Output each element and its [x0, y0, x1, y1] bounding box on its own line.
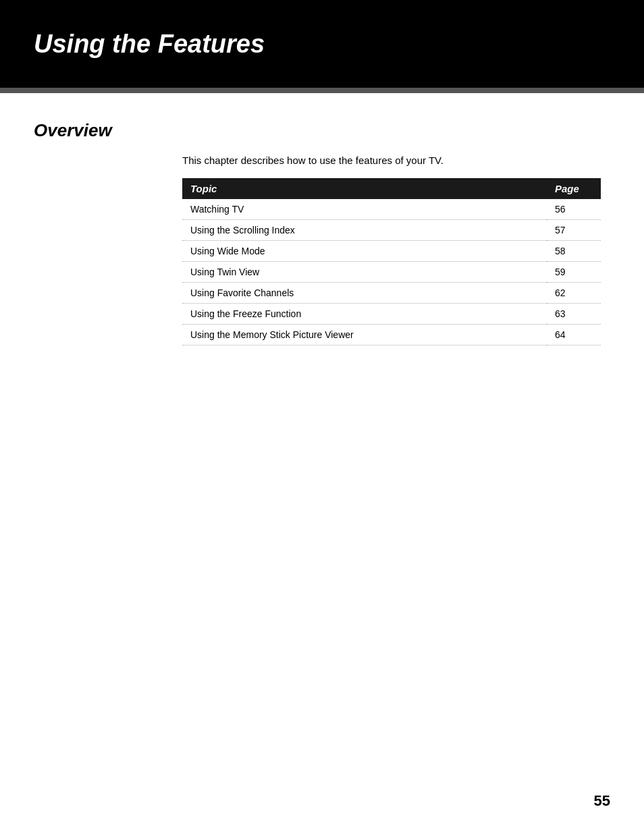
page-cell: 57 [547, 220, 601, 241]
table-row: Using Favorite Channels62 [182, 283, 601, 304]
table-header: Topic Page [182, 178, 601, 199]
page-number: 55 [594, 792, 610, 810]
table-container: Topic Page Watching TV56Using the Scroll… [182, 178, 601, 345]
page-cell: 62 [547, 283, 601, 304]
page-cell: 56 [547, 199, 601, 220]
topic-column-header: Topic [182, 178, 547, 199]
page-cell: 59 [547, 262, 601, 283]
topic-cell: Using Wide Mode [182, 241, 547, 262]
header-banner: Using the Features [0, 0, 644, 88]
accent-bar [0, 88, 644, 93]
topic-cell: Watching TV [182, 199, 547, 220]
table-row: Using Twin View59 [182, 262, 601, 283]
table-row: Watching TV56 [182, 199, 601, 220]
page-content: Overview This chapter describes how to u… [0, 93, 644, 372]
topic-cell: Using the Memory Stick Picture Viewer [182, 325, 547, 345]
topic-cell: Using Twin View [182, 262, 547, 283]
page-cell: 63 [547, 304, 601, 325]
intro-text: This chapter describes how to use the fe… [182, 155, 610, 166]
table-row: Using the Freeze Function63 [182, 304, 601, 325]
topic-cell: Using the Scrolling Index [182, 220, 547, 241]
page-cell: 64 [547, 325, 601, 345]
page-column-header: Page [547, 178, 601, 199]
topics-table: Topic Page Watching TV56Using the Scroll… [182, 178, 601, 345]
page-cell: 58 [547, 241, 601, 262]
table-row: Using the Scrolling Index57 [182, 220, 601, 241]
table-row: Using the Memory Stick Picture Viewer64 [182, 325, 601, 345]
table-body: Watching TV56Using the Scrolling Index57… [182, 199, 601, 345]
section-heading: Overview [34, 120, 610, 141]
topic-cell: Using the Freeze Function [182, 304, 547, 325]
table-row: Using Wide Mode58 [182, 241, 601, 262]
topic-cell: Using Favorite Channels [182, 283, 547, 304]
header-title: Using the Features [34, 30, 265, 59]
